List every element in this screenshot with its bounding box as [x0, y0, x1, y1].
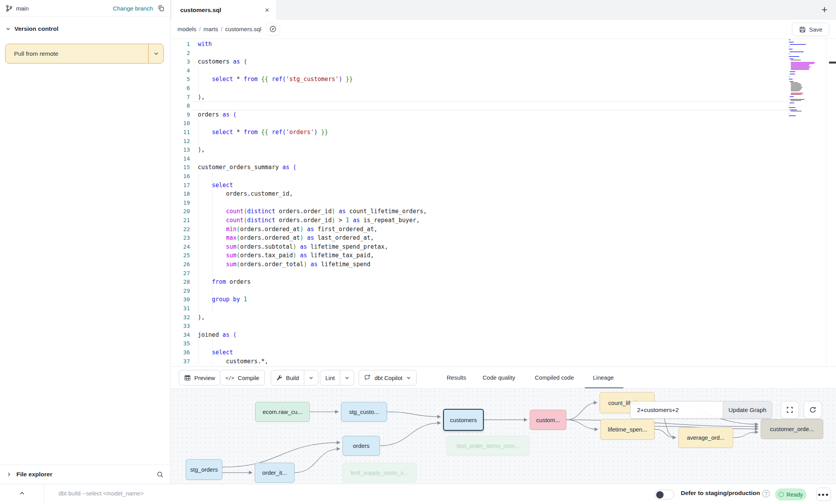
tab-results[interactable]: Results: [447, 367, 466, 388]
lineage-panel[interactable]: ecom.raw_cu...stg_custo...customerscusto…: [170, 388, 836, 484]
code-line[interactable]: 9orders as (: [170, 110, 236, 119]
code-line[interactable]: 13),: [170, 145, 205, 154]
lineage-node-order_items[interactable]: order_it...: [255, 463, 295, 483]
breadcrumb-separator: /: [199, 26, 201, 32]
tab-compiled-code[interactable]: Compiled code: [535, 367, 574, 388]
chevron-down-icon: [5, 26, 11, 32]
update-graph-button[interactable]: Update Graph: [723, 401, 772, 418]
chevron-up-icon[interactable]: [19, 490, 25, 497]
ready-circle-icon: [779, 492, 784, 497]
code-line[interactable]: 26 sum(orders.order_total) as lifetime_s…: [170, 260, 371, 269]
code-line[interactable]: 36 select: [170, 348, 233, 357]
change-branch-link[interactable]: Change branch: [113, 5, 153, 12]
save-button[interactable]: Save: [792, 23, 829, 36]
code-line[interactable]: 24 sum(orders.subtotal) as lifetime_spen…: [170, 242, 388, 251]
lineage-selector-input[interactable]: 2+customers+2: [630, 401, 723, 418]
lineage-node-customer_pink[interactable]: custom...: [530, 410, 566, 430]
minimap-line: [790, 110, 797, 110]
code-line[interactable]: 31: [170, 304, 198, 313]
tab-customers-sql[interactable]: customers.sql ×: [172, 0, 276, 20]
code-line[interactable]: 29: [170, 286, 198, 295]
lineage-node-test_order_items[interactable]: test_order_items_com...: [446, 436, 530, 456]
breadcrumb-separator: /: [221, 26, 222, 32]
breadcrumb[interactable]: marts: [204, 26, 218, 32]
minimap-line: [791, 94, 802, 95]
ellipsis-icon[interactable]: ●●●: [816, 488, 831, 501]
code-line[interactable]: 15customer_orders_summary as (: [170, 163, 296, 172]
lineage-node-customers[interactable]: customers: [443, 409, 484, 431]
new-tab-button[interactable]: +: [822, 4, 827, 14]
code-line[interactable]: 27: [170, 269, 198, 278]
pull-dropdown-toggle[interactable]: [148, 44, 163, 63]
code-line[interactable]: 25 sum(orders.tax_paid) as lifetime_tax_…: [170, 251, 374, 260]
preview-button[interactable]: Preview: [179, 370, 220, 386]
copilot-compass-button[interactable]: [266, 23, 280, 36]
code-line[interactable]: 11 select * from {{ ref('orders') }}: [170, 128, 328, 137]
scrollbar-position-mark[interactable]: [829, 62, 836, 64]
command-input[interactable]: dbt build --select <model_name>: [59, 490, 144, 497]
compile-button[interactable]: </> Compile: [220, 370, 265, 386]
code-line[interactable]: 8: [170, 101, 198, 110]
fullscreen-button[interactable]: [781, 401, 799, 419]
minimap-line: [791, 67, 811, 67]
code-line[interactable]: 5 select * from {{ ref('stg_customers') …: [170, 75, 353, 84]
defer-toggle[interactable]: [655, 490, 674, 500]
pull-from-remote-button[interactable]: Pull from remote: [5, 44, 164, 64]
code-editor[interactable]: 1with23customers as (45 select * from {{…: [170, 39, 836, 366]
lineage-node-lifetime_spend[interactable]: lifetime_spen...: [600, 419, 655, 440]
minimap-line: [790, 71, 795, 72]
search-icon[interactable]: [156, 471, 164, 478]
code-line[interactable]: 4: [170, 66, 198, 75]
lineage-node-orders[interactable]: orders: [343, 436, 380, 456]
build-dropdown-toggle[interactable]: [304, 370, 318, 385]
minimap-line: [790, 44, 806, 45]
code-line[interactable]: 16: [170, 172, 198, 181]
lineage-node-stg_orders[interactable]: stg_orders: [186, 459, 222, 480]
code-line[interactable]: 12: [170, 137, 198, 146]
code-line[interactable]: 30 group by 1: [170, 295, 247, 304]
copy-icon[interactable]: [158, 5, 165, 12]
lint-dropdown-toggle[interactable]: [340, 370, 354, 385]
code-line[interactable]: 17 select: [170, 181, 233, 190]
lineage-node-test_supply[interactable]: test_supply_costs_s...: [343, 463, 417, 483]
code-line[interactable]: 10: [170, 119, 198, 128]
code-line[interactable]: 22 min(orders.ordered_at) as first_order…: [170, 225, 378, 234]
code-line[interactable]: 1with: [170, 40, 212, 49]
code-line[interactable]: 3customers as (: [170, 57, 247, 66]
chevron-down-icon: [344, 375, 350, 380]
minimap-line: [791, 90, 800, 91]
lineage-node-average_order[interactable]: average_ord...: [678, 427, 733, 448]
minimap-line: [789, 107, 795, 108]
code-line[interactable]: 2: [170, 49, 198, 58]
lint-button[interactable]: Lint: [320, 370, 354, 386]
lineage-node-ecom[interactable]: ecom.raw_cu...: [255, 402, 310, 422]
close-icon[interactable]: ×: [265, 6, 269, 14]
breadcrumb[interactable]: customers.sql: [225, 26, 261, 32]
help-icon[interactable]: ?: [762, 490, 770, 497]
code-line[interactable]: 33: [170, 322, 198, 331]
tab-code-quality[interactable]: Code quality: [483, 367, 515, 388]
code-line[interactable]: 6: [170, 84, 198, 93]
lineage-edge-customer_pink-count_lifetime: [566, 403, 597, 420]
breadcrumb[interactable]: models: [177, 26, 196, 32]
build-button[interactable]: Build: [271, 370, 318, 386]
code-line[interactable]: 18 orders.customer_id,: [170, 189, 293, 198]
dbt-copilot-button[interactable]: dbt Copilot: [359, 370, 417, 386]
file-explorer-section-header[interactable]: File explorer: [0, 465, 170, 484]
tab-lineage[interactable]: Lineage: [593, 367, 614, 388]
code-line[interactable]: 19: [170, 198, 198, 207]
code-line[interactable]: 7),: [170, 93, 205, 102]
lineage-node-stg_customers[interactable]: stg_custo...: [341, 402, 387, 422]
code-line[interactable]: 37 customers.*,: [170, 357, 268, 366]
code-line[interactable]: 23 max(orders.ordered_at) as last_ordere…: [170, 233, 374, 242]
refresh-button[interactable]: [804, 401, 822, 419]
code-line[interactable]: 21 count(distinct orders.order_id) > 1 a…: [170, 216, 420, 225]
version-control-section-header[interactable]: Version control: [0, 22, 170, 36]
code-line[interactable]: 28 from orders: [170, 278, 250, 286]
lineage-node-customer_orders[interactable]: customer_orde...: [761, 419, 823, 439]
code-line[interactable]: 14: [170, 154, 198, 163]
code-line[interactable]: 20 count(distinct orders.order_id) as co…: [170, 207, 427, 216]
code-line[interactable]: 35: [170, 339, 198, 348]
code-line[interactable]: 34joined as (: [170, 331, 236, 340]
code-line[interactable]: 32),: [170, 313, 205, 322]
